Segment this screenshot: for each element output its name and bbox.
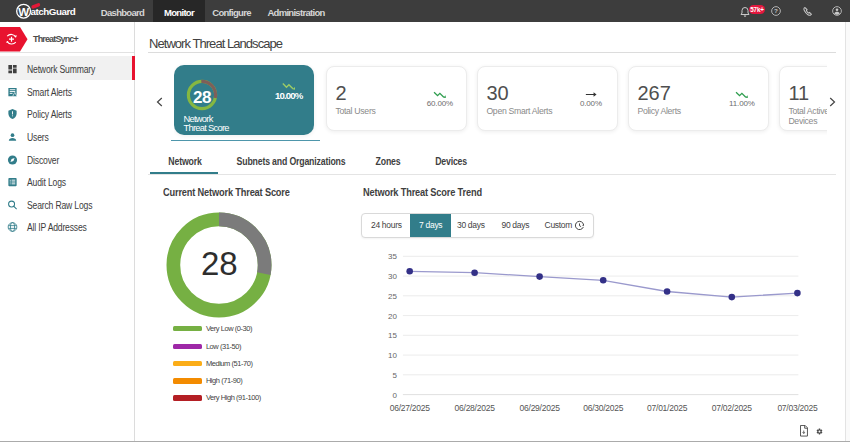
svg-text:06/30/2025: 06/30/2025 — [583, 403, 624, 413]
svg-text:07/02/2025: 07/02/2025 — [712, 403, 753, 413]
svg-text:25: 25 — [388, 292, 397, 301]
svg-text:07/03/2025: 07/03/2025 — [777, 403, 818, 413]
svg-text:W: W — [18, 6, 29, 18]
svg-text:20: 20 — [388, 312, 397, 321]
svg-text:07/01/2025: 07/01/2025 — [647, 403, 688, 413]
svg-text:06/27/2025: 06/27/2025 — [390, 403, 431, 413]
svg-text:15: 15 — [388, 331, 397, 340]
svg-text:10: 10 — [388, 351, 397, 360]
svg-text:atchGuard: atchGuard — [30, 6, 75, 17]
svg-text:?: ? — [774, 7, 778, 14]
svg-text:35: 35 — [388, 252, 397, 261]
svg-text:30: 30 — [388, 272, 397, 281]
svg-text:06/28/2025: 06/28/2025 — [455, 403, 496, 413]
svg-text:5: 5 — [393, 371, 398, 380]
svg-text:06/29/2025: 06/29/2025 — [520, 403, 561, 413]
svg-text:0: 0 — [393, 391, 398, 400]
